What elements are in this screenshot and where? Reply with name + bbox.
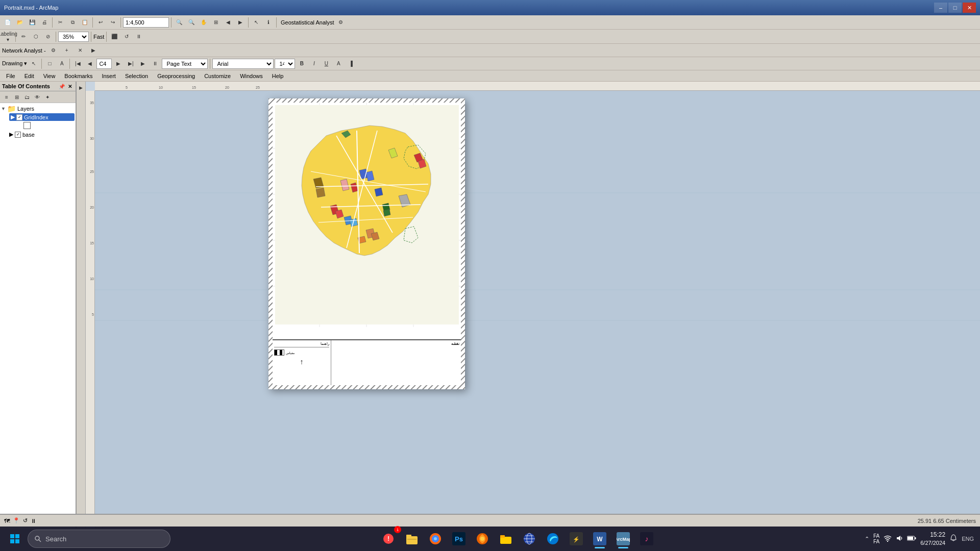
menu-windows[interactable]: Windows bbox=[236, 72, 267, 80]
menu-insert[interactable]: Insert bbox=[97, 72, 120, 80]
menu-edit[interactable]: Edit bbox=[20, 72, 38, 80]
toc-pin-button[interactable]: 📌 bbox=[58, 83, 65, 90]
paste-button[interactable]: 📋 bbox=[79, 17, 90, 28]
taskbar-firefox2[interactable] bbox=[472, 528, 493, 549]
bold-button[interactable]: B bbox=[296, 58, 307, 69]
identify-button[interactable]: ℹ bbox=[263, 17, 274, 28]
menu-view[interactable]: View bbox=[39, 72, 60, 80]
ime-icon[interactable]: ENG bbox=[962, 536, 974, 542]
symbol-box bbox=[23, 122, 31, 129]
na-delete[interactable]: ✕ bbox=[75, 45, 86, 56]
toc-list-view[interactable]: ≡ bbox=[2, 92, 11, 102]
page-input[interactable] bbox=[96, 59, 112, 69]
toc-selection-view[interactable]: ✦ bbox=[43, 92, 52, 102]
copy-button[interactable]: ⧉ bbox=[67, 17, 78, 28]
gridindex-layer[interactable]: ▶ GridIndex bbox=[9, 113, 75, 121]
tray-arrow[interactable]: ⌃ bbox=[865, 536, 869, 542]
zoom-out-button[interactable]: 🔍 bbox=[186, 17, 197, 28]
draw-select[interactable]: ↖ bbox=[28, 58, 39, 69]
toc-visibility-view[interactable]: 👁 bbox=[33, 92, 42, 102]
page-prev[interactable]: ◀ bbox=[84, 58, 95, 69]
pan-button[interactable]: ✋ bbox=[198, 17, 209, 28]
taskbar-word[interactable]: W bbox=[589, 528, 610, 549]
base-checkbox[interactable] bbox=[15, 132, 21, 138]
open-button[interactable]: 📂 bbox=[14, 17, 26, 28]
underline-button[interactable]: U bbox=[321, 58, 332, 69]
print-button[interactable]: 🖨 bbox=[39, 17, 50, 28]
menu-customize[interactable]: Customize bbox=[200, 72, 235, 80]
lang-indicator[interactable]: FA FA bbox=[873, 533, 879, 544]
map-canvas[interactable]: راهنما مقیاس ↑ نقش bbox=[95, 91, 980, 519]
na-run[interactable]: ▶ bbox=[88, 45, 99, 56]
minimize-button[interactable]: – bbox=[934, 3, 947, 13]
taskbar-arcmap[interactable]: ArcMap bbox=[612, 528, 634, 549]
taskbar-media[interactable]: ♪ bbox=[636, 528, 657, 549]
page-last[interactable]: ▶| bbox=[125, 58, 136, 69]
volume-icon[interactable] bbox=[896, 535, 903, 543]
split-btn[interactable]: ⊘ bbox=[42, 31, 54, 42]
select-button[interactable]: ↖ bbox=[251, 17, 262, 28]
edit-btn[interactable]: ✏ bbox=[18, 31, 29, 42]
page-pause[interactable]: ⏸ bbox=[150, 58, 161, 69]
new-button[interactable]: 📄 bbox=[2, 17, 13, 28]
taskbar-notification-app[interactable]: 1 ! bbox=[378, 528, 399, 549]
render-mode[interactable]: ⬛ bbox=[109, 31, 120, 42]
redo-button[interactable]: ↪ bbox=[107, 17, 118, 28]
page-next[interactable]: ▶ bbox=[113, 58, 124, 69]
prev-extent-button[interactable]: ◀ bbox=[223, 17, 234, 28]
side-tool-1[interactable]: ▶ bbox=[77, 84, 85, 92]
toc-close-button[interactable]: ✕ bbox=[66, 83, 74, 90]
highlight-color[interactable]: ▐ bbox=[345, 58, 356, 69]
menu-geoprocessing[interactable]: Geoprocessing bbox=[153, 72, 199, 80]
fontsize-select[interactable]: 14 bbox=[275, 59, 295, 69]
notification-bell[interactable] bbox=[949, 534, 958, 543]
reshape-btn[interactable]: ⬡ bbox=[30, 31, 41, 42]
scale-input[interactable]: 1:4,500 bbox=[123, 17, 169, 28]
page-first[interactable]: |◀ bbox=[72, 58, 83, 69]
toc-layers-group[interactable]: ▼ 📁 Layers bbox=[1, 104, 75, 113]
menu-help[interactable]: Help bbox=[268, 72, 288, 80]
maximize-button[interactable]: □ bbox=[948, 3, 962, 13]
next-extent-button[interactable]: ▶ bbox=[235, 17, 246, 28]
close-button[interactable]: ✕ bbox=[963, 3, 976, 13]
taskbar-photoshop[interactable]: Ps bbox=[448, 528, 470, 549]
menu-bookmarks[interactable]: Bookmarks bbox=[60, 72, 96, 80]
font-color[interactable]: A bbox=[333, 58, 344, 69]
toc-tree-view[interactable]: ⊞ bbox=[12, 92, 21, 102]
taskbar-file-explorer[interactable] bbox=[401, 528, 423, 549]
toc-source-view[interactable]: 🗂 bbox=[22, 92, 32, 102]
wifi-icon[interactable] bbox=[884, 535, 892, 543]
labeling-btn[interactable]: Labeling ▾ bbox=[2, 31, 13, 42]
zoom-dropdown[interactable]: 35% 50% 100% bbox=[58, 32, 89, 42]
font-select[interactable]: Arial bbox=[212, 59, 274, 69]
taskbar-app1[interactable]: ⚡ bbox=[566, 528, 587, 549]
italic-button[interactable]: I bbox=[308, 58, 320, 69]
na-settings[interactable]: ⚙ bbox=[48, 45, 59, 56]
battery-icon[interactable] bbox=[907, 535, 916, 542]
undo-button[interactable]: ↩ bbox=[95, 17, 106, 28]
clock[interactable]: 15:22 6/27/2024 bbox=[920, 531, 945, 547]
refresh-btn[interactable]: ↺ bbox=[121, 31, 132, 42]
start-button[interactable] bbox=[4, 528, 26, 549]
taskbar-edge[interactable] bbox=[542, 528, 564, 549]
full-extent-button[interactable]: ⊞ bbox=[210, 17, 222, 28]
draw-rect[interactable]: □ bbox=[44, 58, 55, 69]
draw-text[interactable]: A bbox=[56, 58, 67, 69]
taskbar-firefox[interactable] bbox=[425, 528, 446, 549]
taskbar-folder[interactable] bbox=[495, 528, 517, 549]
na-add[interactable]: + bbox=[61, 45, 72, 56]
cut-button[interactable]: ✂ bbox=[55, 17, 66, 28]
menu-selection[interactable]: Selection bbox=[121, 72, 152, 80]
save-button[interactable]: 💾 bbox=[27, 17, 38, 28]
menu-file[interactable]: File bbox=[2, 72, 19, 80]
gridindex-checkbox[interactable] bbox=[16, 114, 22, 120]
page-play[interactable]: ▶ bbox=[137, 58, 149, 69]
page-text-dropdown[interactable]: Page Text bbox=[162, 59, 208, 69]
base-layer[interactable]: ▶ base bbox=[9, 131, 75, 138]
geo-settings[interactable]: ⚙ bbox=[335, 17, 347, 28]
pause-btn[interactable]: ⏸ bbox=[133, 31, 144, 42]
zoom-in-button[interactable]: 🔍 bbox=[174, 17, 185, 28]
taskbar-search[interactable]: Search bbox=[28, 530, 170, 548]
svg-text:⚡: ⚡ bbox=[573, 536, 580, 543]
taskbar-globe[interactable] bbox=[519, 528, 540, 549]
